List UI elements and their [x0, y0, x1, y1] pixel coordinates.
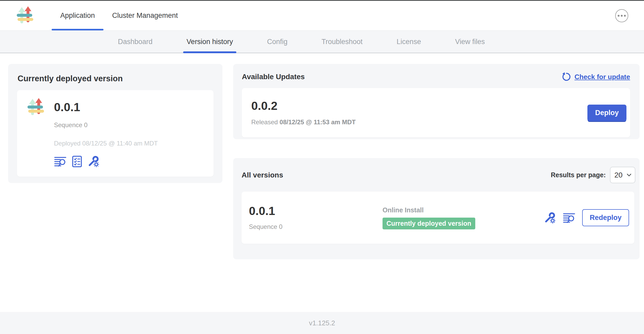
available-updates-header: Available Updates Check for update	[242, 72, 630, 82]
version-row-actions: Redeploy	[544, 209, 629, 226]
version-row: 0.0.1 Sequence 0 Online Install Currentl…	[242, 192, 634, 244]
released-timestamp: 08/12/25 @ 11:53 am MDT	[280, 118, 356, 126]
deployed-sequence: Sequence 0	[54, 121, 158, 129]
app-subnav: Dashboard Version history Config Trouble…	[0, 31, 644, 53]
deployed-version-number: 0.0.1	[54, 101, 158, 113]
preflight-icon	[71, 155, 83, 168]
deploy-button[interactable]: Deploy	[587, 105, 626, 121]
released-label: Released	[251, 118, 278, 126]
results-per-page-select[interactable]: 20	[610, 167, 635, 183]
deployed-action-icons	[54, 155, 158, 168]
view-diff-button[interactable]	[54, 156, 67, 167]
refresh-icon	[561, 72, 571, 82]
results-per-page-value: 20	[614, 171, 623, 179]
update-info: 0.0.2 Released 08/12/25 @ 11:53 am MDT	[251, 100, 356, 126]
currently-deployed-title: Currently deployed version	[18, 74, 214, 83]
redeploy-button[interactable]: Redeploy	[582, 209, 629, 226]
preflight-checks-button[interactable]	[71, 155, 83, 168]
results-per-page-label: Results per page:	[551, 171, 606, 179]
currently-deployed-card: Currently deployed version 0.0.1 Sequenc…	[8, 64, 222, 183]
console-version: v1.125.2	[309, 319, 335, 327]
subnav-tab-license[interactable]: License	[397, 31, 421, 53]
status-badge: Currently deployed version	[383, 218, 475, 229]
all-versions-header: All versions Results per page: 20	[242, 167, 635, 183]
subnav-tab-troubleshoot-label: Troubleshoot	[321, 38, 363, 46]
row-sequence: Sequence 0	[249, 223, 383, 230]
update-released-line: Released 08/12/25 @ 11:53 am MDT	[251, 118, 356, 126]
top-header: Application Cluster Management	[0, 1, 644, 31]
main-content: Currently deployed version 0.0.1 Sequenc…	[0, 53, 644, 259]
update-version-number: 0.0.2	[251, 100, 356, 112]
install-type-label: Online Install	[383, 206, 424, 214]
subnav-tab-config-label: Config	[267, 38, 287, 46]
subnav-tab-config[interactable]: Config	[267, 31, 287, 53]
diff-icon	[563, 212, 575, 224]
check-for-update-label: Check for update	[575, 73, 630, 81]
app-logo-icon	[26, 98, 45, 117]
all-versions-title: All versions	[242, 171, 283, 179]
subnav-tab-view-files-label: View files	[455, 38, 485, 46]
subnav-tab-version-history-label: Version history	[187, 38, 233, 46]
row-version-number: 0.0.1	[249, 205, 383, 217]
tab-application[interactable]: Application	[52, 1, 103, 30]
subnav-tab-dashboard-label: Dashboard	[118, 38, 152, 46]
overflow-menu-button[interactable]	[615, 9, 628, 22]
edit-config-button[interactable]	[544, 212, 556, 224]
right-column: Available Updates Check for update 0.0.2…	[233, 64, 640, 259]
edit-config-button[interactable]	[88, 155, 100, 168]
active-subnav-underline	[183, 51, 236, 53]
footer: v1.125.2	[0, 312, 644, 334]
chevron-down-icon	[627, 174, 631, 176]
config-icon	[544, 212, 556, 224]
subnav-tab-dashboard[interactable]: Dashboard	[118, 31, 152, 53]
available-updates-title: Available Updates	[242, 73, 305, 81]
version-row-status: Online Install Currently deployed versio…	[383, 206, 475, 229]
subnav-tab-troubleshoot[interactable]: Troubleshoot	[321, 31, 363, 53]
results-per-page-control: Results per page: 20	[551, 167, 635, 183]
subnav-tab-version-history[interactable]: Version history	[187, 31, 233, 53]
check-for-update-link[interactable]: Check for update	[561, 72, 630, 82]
version-row-info: 0.0.1 Sequence 0	[249, 205, 383, 230]
tab-application-label: Application	[60, 12, 95, 20]
subnav-tab-license-label: License	[397, 38, 421, 46]
tab-cluster-management-label: Cluster Management	[112, 12, 178, 20]
app-logo-icon	[15, 6, 34, 25]
config-icon	[88, 155, 100, 168]
app-level-tabs: Application Cluster Management	[52, 1, 187, 30]
tab-cluster-management[interactable]: Cluster Management	[103, 1, 187, 30]
update-row: 0.0.2 Released 08/12/25 @ 11:53 am MDT D…	[242, 88, 630, 137]
all-versions-card: All versions Results per page: 20 0.0.1 …	[233, 158, 640, 259]
ellipsis-icon	[617, 14, 626, 17]
active-tab-underline	[52, 29, 103, 30]
deployed-version-meta: 0.0.1 Sequence 0 Deployed 08/12/25 @ 11:…	[54, 98, 158, 169]
diff-icon	[54, 156, 67, 167]
available-updates-card: Available Updates Check for update 0.0.2…	[233, 64, 640, 139]
deployed-version-panel: 0.0.1 Sequence 0 Deployed 08/12/25 @ 11:…	[17, 90, 214, 177]
subnav-tab-view-files[interactable]: View files	[455, 31, 485, 53]
deployed-timestamp: Deployed 08/12/25 @ 11:40 am MDT	[54, 140, 158, 147]
view-diff-button[interactable]	[563, 212, 575, 224]
